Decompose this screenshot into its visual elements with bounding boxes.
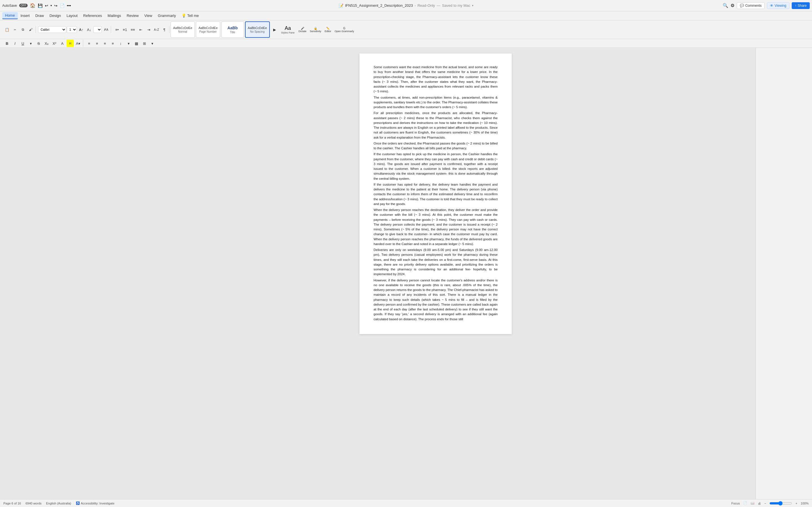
align-left-button[interactable]: ≡ xyxy=(86,40,93,47)
clear-format-button[interactable]: ✗A xyxy=(102,26,110,33)
comments-icon: 💬 xyxy=(740,4,744,8)
menu-review[interactable]: Review xyxy=(124,12,142,19)
style-page-number-label: Page Number xyxy=(199,30,217,33)
menu-tell-me[interactable]: 💡 Tell me xyxy=(179,12,202,19)
left-margin xyxy=(0,48,116,499)
zoom-level[interactable]: 100% xyxy=(801,502,809,505)
highlight-button[interactable]: H xyxy=(66,40,74,47)
borders-dropdown[interactable]: ▾ xyxy=(149,40,156,47)
share-button[interactable]: ↑ Share xyxy=(792,2,810,9)
font-color-picker[interactable]: A▾ xyxy=(74,40,82,47)
search-icon[interactable]: 🔍 xyxy=(723,3,728,8)
align-right-button[interactable]: ≡ xyxy=(101,40,109,47)
redo-icon[interactable]: ↪ xyxy=(54,3,57,8)
menu-mailings[interactable]: Mailings xyxy=(105,12,124,19)
file-icon: 📝 xyxy=(339,3,343,8)
pages-icon[interactable]: 📄 xyxy=(60,3,64,8)
font-size-increase-button[interactable]: A↑ xyxy=(78,26,85,33)
editor-button[interactable]: ✏️ Editor xyxy=(324,27,331,33)
menu-home[interactable]: Home xyxy=(2,12,18,19)
borders-button[interactable]: ⊞ xyxy=(141,40,148,47)
focus-button[interactable]: Focus xyxy=(731,502,740,505)
undo-icon[interactable]: ↩ xyxy=(45,3,48,8)
print-layout-icon[interactable]: 🖨 xyxy=(758,502,761,505)
read-mode-icon[interactable]: 📖 xyxy=(751,501,755,505)
format-painter-icon[interactable]: 🖌 xyxy=(27,26,35,33)
open-grammarly-button[interactable]: G Open Grammarly xyxy=(335,27,354,33)
font-size-decrease-button[interactable]: A↓ xyxy=(86,26,93,33)
paste-button[interactable]: 📋 xyxy=(3,26,11,33)
viewing-button[interactable]: 👁 Viewing xyxy=(767,2,790,9)
style-normal[interactable]: AaBbCcDdEe Normal xyxy=(170,21,195,38)
strikethrough-button[interactable]: S xyxy=(35,40,42,47)
sort-button[interactable]: A↕Z xyxy=(153,26,160,33)
toolbar: 📋 ✂ ⧉ 🖌 Calibri 11 A↑ A↓ Aa ✗A ≡• ≡1 ≡≡ … xyxy=(0,20,812,39)
font-color-button[interactable]: A xyxy=(59,40,66,47)
para-3: For all prescription medicines, once the… xyxy=(373,111,498,140)
menu-design[interactable]: Design xyxy=(47,12,64,19)
undo-dropdown-icon[interactable]: ▾ xyxy=(50,4,52,7)
multilevel-list-button[interactable]: ≡≡ xyxy=(129,26,137,33)
main-content: Some customers want the exact medicine f… xyxy=(0,48,812,499)
style-no-spacing[interactable]: AaBbCcDdEe No Spacing xyxy=(245,21,270,38)
show-para-button[interactable]: ¶ xyxy=(161,26,168,33)
view-icon[interactable]: 📄 xyxy=(743,501,747,505)
line-spacing-button[interactable]: ↕ xyxy=(117,40,124,47)
shading-button[interactable]: ▩ xyxy=(133,40,140,47)
save-icon[interactable]: 💾 xyxy=(38,3,43,8)
share-icon: ↑ xyxy=(795,4,797,8)
sensitivity-button[interactable]: 🔒 Sensitivity xyxy=(310,27,321,33)
styles-pane-label: Styles Pane xyxy=(281,31,295,34)
word-count: 6940 words xyxy=(26,502,42,505)
subscript-button[interactable]: X₂ xyxy=(43,40,50,47)
menu-view[interactable]: View xyxy=(142,12,155,19)
lightbulb-icon: 💡 xyxy=(182,13,186,18)
styles-pane-button[interactable]: Aa Styles Pane xyxy=(280,24,296,35)
italic-button[interactable]: I xyxy=(11,40,18,47)
copy-icon[interactable]: ⧉ xyxy=(19,26,27,33)
menu-draw[interactable]: Draw xyxy=(33,12,47,19)
para-1: Some customers want the exact medicine f… xyxy=(373,65,498,94)
zoom-slider[interactable] xyxy=(769,501,792,506)
underline-button[interactable]: U xyxy=(19,40,27,47)
zoom-out-button[interactable]: − xyxy=(764,502,766,505)
accessibility-label[interactable]: ♿ Accessibility: Investigate xyxy=(76,501,114,505)
saved-dropdown-icon[interactable]: ▾ xyxy=(472,4,473,7)
menu-grammarly[interactable]: Grammarly xyxy=(155,12,179,19)
menu-references[interactable]: References xyxy=(80,12,105,19)
autosave-badge[interactable]: OFF xyxy=(19,4,28,7)
title-bar: AutoSave OFF 🏠 💾 ↩ ▾ ↪ 📄 ••• 📝 IFN515_As… xyxy=(0,0,812,11)
share-options-icon[interactable]: ⚙ xyxy=(730,3,734,8)
title-bar-center: 📝 IFN515_Assignment_2_Description_2023 -… xyxy=(271,3,541,8)
more-options-icon[interactable]: ••• xyxy=(67,3,71,8)
style-no-spacing-preview: AaBbCcDdEe xyxy=(248,26,267,30)
underline-dropdown[interactable]: ▾ xyxy=(27,40,35,47)
menu-layout[interactable]: Layout xyxy=(64,12,80,19)
case-select[interactable]: Aa xyxy=(93,26,102,33)
styles-scroll-right[interactable]: ▶ xyxy=(271,26,278,33)
comments-button[interactable]: 💬 Comments xyxy=(737,2,765,9)
para-8: Deliveries are only on weekdays (9.00 am… xyxy=(373,247,498,277)
zoom-in-button[interactable]: + xyxy=(795,502,797,505)
line-spacing-dropdown[interactable]: ▾ xyxy=(125,40,132,47)
increase-indent-button[interactable]: ⇥ xyxy=(145,26,152,33)
menu-bar: Home Insert Draw Design Layout Reference… xyxy=(0,11,812,20)
bold-button[interactable]: B xyxy=(3,40,11,47)
status-bar-right: Focus 📄 📖 🖨 − + 100% xyxy=(731,501,809,506)
cut-icon[interactable]: ✂ xyxy=(11,26,18,33)
page-area[interactable]: Some customers want the exact medicine f… xyxy=(116,48,756,499)
justify-button[interactable]: ≡ xyxy=(109,40,116,47)
font-size-select[interactable]: 11 xyxy=(67,26,77,33)
decrease-indent-button[interactable]: ⇤ xyxy=(137,26,144,33)
align-center-button[interactable]: ≡ xyxy=(93,40,101,47)
dictate-button[interactable]: 🎤 Dictate xyxy=(299,27,306,33)
style-title[interactable]: AaBb Title xyxy=(221,21,244,38)
font-family-select[interactable]: Calibri xyxy=(38,26,66,33)
para-5: If the customer has opted to pick up the… xyxy=(373,152,498,181)
home-icon[interactable]: 🏠 xyxy=(30,3,36,8)
menu-insert[interactable]: Insert xyxy=(18,12,33,19)
numbered-list-button[interactable]: ≡1 xyxy=(121,26,129,33)
bullet-list-button[interactable]: ≡• xyxy=(113,26,121,33)
style-page-number[interactable]: AaBbCcDdEe Page Number xyxy=(196,21,220,38)
superscript-button[interactable]: X² xyxy=(51,40,58,47)
